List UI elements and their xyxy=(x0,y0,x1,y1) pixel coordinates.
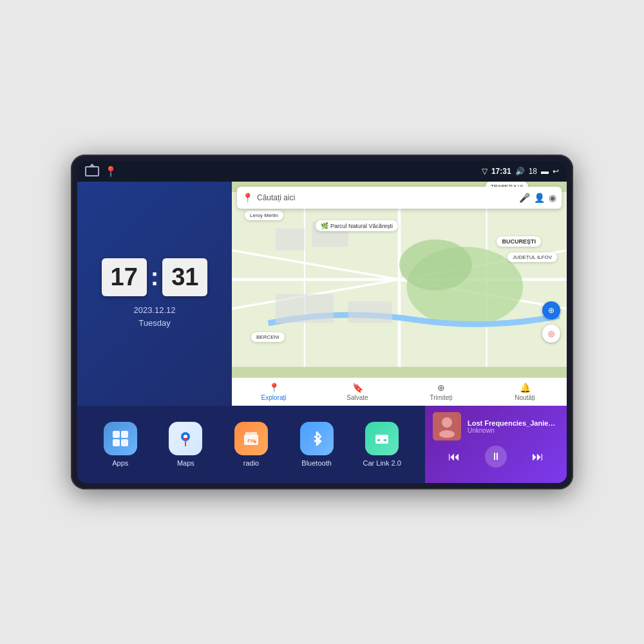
bluetooth-icon xyxy=(300,422,334,455)
svg-text:FM: FM xyxy=(247,438,255,444)
location-button[interactable]: ⊕ xyxy=(542,301,560,319)
back-button[interactable]: ↩ xyxy=(553,167,559,176)
svg-rect-26 xyxy=(384,439,386,441)
saved-label: Salvate xyxy=(346,394,368,401)
map-section[interactable]: 🌿 Parcul Natural Văcărești BUCUREȘTI JUD… xyxy=(232,182,567,406)
map-nav-news[interactable]: 🔔 Noutăți xyxy=(483,383,567,401)
music-artist: Unknown xyxy=(468,427,559,434)
send-label: Trimiteți xyxy=(430,394,452,401)
music-title: Lost Frequencies_Janieck Devy-... xyxy=(468,419,559,427)
map-bottom-bar: 📍 Explorați 🔖 Salvate ⊕ Trimiteți 🔔 xyxy=(232,377,567,406)
apps-icon xyxy=(104,422,137,455)
radio-icon: FM xyxy=(234,422,268,455)
explore-icon: 📍 xyxy=(269,383,279,393)
clock-date: 2023.12.12 Tuesday xyxy=(133,304,175,329)
main-content: 17 : 31 2023.12.12 Tuesday xyxy=(77,182,567,483)
app-icon-radio[interactable]: FM radio xyxy=(231,422,272,467)
signal-icon: ▽ xyxy=(482,167,488,176)
leroy-label: Leroy Merlin xyxy=(245,211,283,220)
svg-rect-25 xyxy=(377,439,380,441)
news-label: Noutăți xyxy=(515,394,535,401)
status-left: 📍 xyxy=(85,166,117,178)
music-info-row: Lost Frequencies_Janieck Devy-... Unknow… xyxy=(433,412,559,440)
clock-widget: 17 : 31 2023.12.12 Tuesday xyxy=(77,182,232,406)
apps-label: Apps xyxy=(112,459,128,467)
maps-pin-icon: 📍 xyxy=(104,166,117,178)
map-nav-saved[interactable]: 🔖 Salvate xyxy=(316,383,399,401)
bottom-section: Apps Maps xyxy=(77,406,567,483)
svg-point-8 xyxy=(399,240,472,290)
clock-display: 17 : 31 xyxy=(102,258,208,296)
bluetooth-label: Bluetooth xyxy=(301,459,331,467)
search-action-icons: 🎤 👤 ◉ xyxy=(519,193,556,203)
account-icon[interactable]: 👤 xyxy=(534,193,545,203)
play-pause-button[interactable]: ⏸ xyxy=(485,446,507,468)
ilfov-label: JUDEȚUL ILFOV xyxy=(507,252,557,262)
svg-rect-13 xyxy=(113,431,120,438)
search-pin-icon: 📍 xyxy=(242,193,253,203)
news-icon: 🔔 xyxy=(520,383,531,393)
volume-icon: 🔊 xyxy=(515,167,525,176)
next-button[interactable]: ⏭ xyxy=(527,448,549,466)
battery-level: 18 xyxy=(529,167,537,176)
prev-button[interactable]: ⏮ xyxy=(443,448,465,466)
compass-button[interactable]: ◎ xyxy=(542,325,560,343)
app-icons-section: Apps Maps xyxy=(77,406,425,483)
clock-day: Tuesday xyxy=(133,317,175,330)
map-search-bar[interactable]: 📍 Căutați aici 🎤 👤 ◉ xyxy=(237,187,562,209)
app-icon-maps[interactable]: Maps xyxy=(165,422,206,467)
park-label: 🌿 Parcul Natural Văcărești xyxy=(316,220,398,231)
clock-colon: : xyxy=(151,263,159,291)
send-icon: ⊕ xyxy=(437,383,445,393)
layers-icon[interactable]: ◉ xyxy=(549,193,556,203)
carlink-label: Car Link 2.0 xyxy=(363,459,401,467)
svg-rect-12 xyxy=(348,301,392,323)
status-time: 17:31 xyxy=(491,167,511,176)
maps-icon xyxy=(169,422,202,455)
bucuresti-label: BUCUREȘTI xyxy=(497,236,541,247)
music-controls: ⏮ ⏸ ⏭ xyxy=(433,446,559,468)
svg-point-29 xyxy=(439,430,455,438)
maps-label: Maps xyxy=(177,459,194,467)
home-button[interactable] xyxy=(85,166,99,176)
status-bar: 📍 ▽ 17:31 🔊 18 ▬ ↩ xyxy=(77,161,567,182)
map-nav-send[interactable]: ⊕ Trimiteți xyxy=(399,383,483,401)
map-nav-explore[interactable]: 📍 Explorați xyxy=(232,383,316,401)
app-icon-apps[interactable]: Apps xyxy=(100,422,141,467)
saved-icon: 🔖 xyxy=(352,383,363,393)
device-screen: 📍 ▽ 17:31 🔊 18 ▬ ↩ 17 : 31 xyxy=(77,161,567,483)
berceni-label: BERCENI xyxy=(251,332,285,342)
album-art xyxy=(433,412,461,440)
app-icon-carlink[interactable]: Car Link 2.0 xyxy=(361,422,402,467)
app-icon-bluetooth[interactable]: Bluetooth xyxy=(296,422,337,467)
radio-label: radio xyxy=(243,459,259,467)
map-background: 🌿 Parcul Natural Văcărești BUCUREȘTI JUD… xyxy=(232,182,567,377)
clock-hours: 17 xyxy=(102,258,147,296)
status-right: ▽ 17:31 🔊 18 ▬ ↩ xyxy=(482,167,559,176)
svg-point-23 xyxy=(254,440,256,443)
top-section: 17 : 31 2023.12.12 Tuesday xyxy=(77,182,567,406)
svg-rect-14 xyxy=(121,431,128,438)
svg-rect-16 xyxy=(121,439,128,446)
battery-icon: ▬ xyxy=(541,167,549,176)
svg-rect-21 xyxy=(245,432,257,435)
svg-rect-11 xyxy=(276,294,334,323)
svg-point-28 xyxy=(442,417,452,428)
svg-rect-15 xyxy=(113,439,120,446)
clock-minutes: 31 xyxy=(162,258,207,296)
clock-date-value: 2023.12.12 xyxy=(133,304,175,317)
search-placeholder: Căutați aici xyxy=(257,193,515,202)
music-player: Lost Frequencies_Janieck Devy-... Unknow… xyxy=(425,406,567,483)
device-frame: 📍 ▽ 17:31 🔊 18 ▬ ↩ 17 : 31 xyxy=(71,155,573,489)
svg-rect-9 xyxy=(276,229,305,251)
carlink-icon xyxy=(365,422,399,455)
explore-label: Explorați xyxy=(261,394,287,401)
mic-icon[interactable]: 🎤 xyxy=(519,193,530,203)
music-info: Lost Frequencies_Janieck Devy-... Unknow… xyxy=(468,419,559,434)
map-svg xyxy=(232,182,567,377)
